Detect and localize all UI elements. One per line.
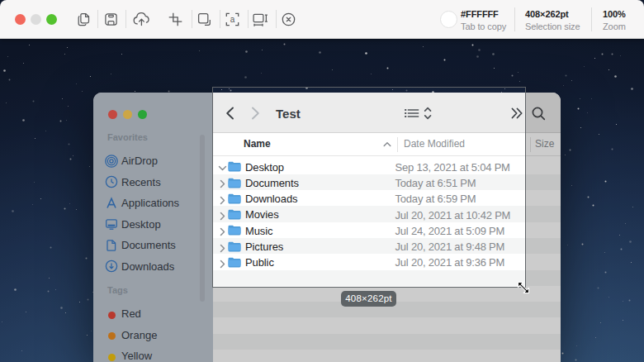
svg-text:a: a	[230, 15, 235, 24]
